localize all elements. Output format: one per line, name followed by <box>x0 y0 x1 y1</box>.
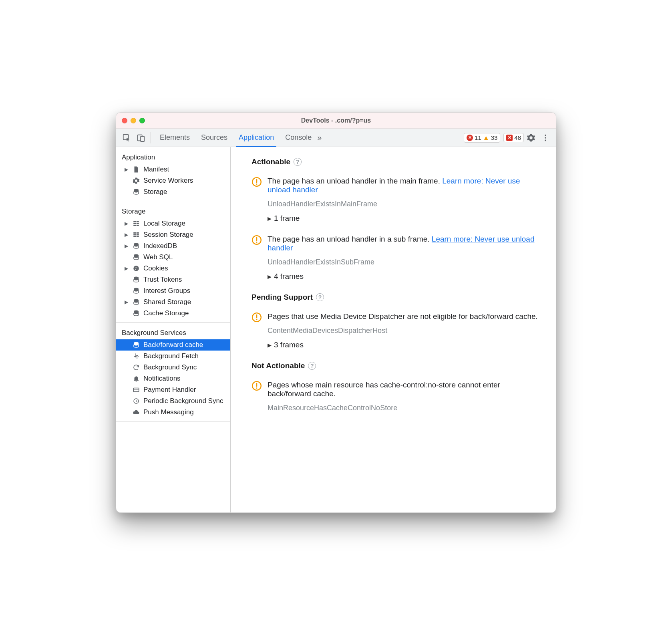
expand-arrow-icon[interactable]: ▶ <box>123 232 129 238</box>
svg-rect-16 <box>137 234 139 236</box>
issue-body: The page has an unload handler in the ma… <box>268 177 545 208</box>
issues-chip[interactable]: ✕ 48 <box>503 133 524 142</box>
help-icon[interactable]: ? <box>308 362 316 370</box>
storage-icon <box>132 253 140 261</box>
help-icon[interactable]: ? <box>316 293 324 301</box>
sidebar-item-label: Web SQL <box>143 253 173 261</box>
svg-rect-15 <box>133 234 136 236</box>
minimize-window-button[interactable] <box>131 118 136 123</box>
expand-arrow-icon[interactable]: ▶ <box>123 243 129 249</box>
svg-point-3 <box>545 134 546 136</box>
sidebar-item-notifications[interactable]: ▶Notifications <box>116 373 230 384</box>
sidebar-item-cookies[interactable]: ▶Cookies <box>116 263 230 274</box>
sidebar-item-session-storage[interactable]: ▶Session Storage <box>116 229 230 240</box>
frames-label: 4 frames <box>274 272 304 281</box>
tab-console[interactable]: Console <box>284 129 312 147</box>
issue-description: The page has an unload handler in a sub … <box>268 235 432 243</box>
svg-point-25 <box>135 269 136 270</box>
storage-icon <box>132 242 140 250</box>
device-toolbar-icon[interactable] <box>134 129 148 147</box>
expand-arrow-icon[interactable]: ▶ <box>123 167 129 172</box>
issue-code: UnloadHandlerExistsInSubFrame <box>268 258 545 266</box>
more-tabs-button[interactable]: » <box>317 129 322 147</box>
svg-point-45 <box>256 387 257 389</box>
sidebar-item-shared-storage[interactable]: ▶Shared Storage <box>116 296 230 308</box>
issue-row: Pages that use Media Device Dispatcher a… <box>251 312 545 335</box>
issue-text: Pages whose main resource has cache-cont… <box>268 381 545 398</box>
sidebar-item-background-sync[interactable]: ▶Background Sync <box>116 362 230 373</box>
tab-application[interactable]: Application <box>238 129 275 147</box>
svg-point-42 <box>256 319 257 320</box>
sidebar-item-label: Back/forward cache <box>143 341 203 349</box>
error-icon: ✕ <box>467 135 473 141</box>
sidebar-item-indexeddb[interactable]: ▶IndexedDB <box>116 240 230 252</box>
svg-rect-13 <box>133 232 136 234</box>
sidebar-item-label: Interest Groups <box>143 287 190 295</box>
section-title-text: Pending Support <box>251 293 313 302</box>
warning-circle-icon <box>251 235 262 266</box>
fetch-icon <box>132 352 140 360</box>
sidebar-item-interest-groups[interactable]: ▶Interest Groups <box>116 285 230 296</box>
console-status-chip[interactable]: ✕ 11 ▲ 33 <box>464 133 500 143</box>
gear-icon <box>132 177 140 185</box>
sidebar-item-periodic-background-sync[interactable]: ▶Periodic Background Sync <box>116 395 230 407</box>
tab-elements[interactable]: Elements <box>159 129 191 147</box>
issue-code: ContentMediaDevicesDispatcherHost <box>268 327 545 335</box>
sidebar-section: Storage▶Local Storage▶Session Storage▶In… <box>116 201 230 323</box>
toolbar: Elements Sources Application Console » ✕… <box>116 129 556 147</box>
sync-icon <box>132 363 140 371</box>
sidebar-item-trust-tokens[interactable]: ▶Trust Tokens <box>116 274 230 285</box>
storage-icon <box>132 298 140 306</box>
kebab-menu-icon[interactable] <box>538 129 553 147</box>
issues-icon: ✕ <box>506 135 513 141</box>
frames-label: 3 frames <box>274 341 304 349</box>
clock-icon <box>132 397 140 405</box>
cloud-icon <box>132 408 140 416</box>
svg-point-36 <box>256 183 257 185</box>
sidebar-item-storage[interactable]: ▶Storage <box>116 186 230 198</box>
zoom-window-button[interactable] <box>139 118 145 123</box>
inspect-element-icon[interactable] <box>119 129 134 147</box>
sidebar-item-manifest[interactable]: ▶Manifest <box>116 164 230 175</box>
sidebar-item-label: Shared Storage <box>143 298 191 306</box>
frames-toggle[interactable]: ▶3 frames <box>268 341 545 349</box>
settings-icon[interactable] <box>524 129 538 147</box>
frames-toggle[interactable]: ▶4 frames <box>268 272 545 281</box>
frames-toggle[interactable]: ▶1 frame <box>268 214 545 223</box>
svg-point-21 <box>133 266 139 271</box>
issue-description: Pages that use Media Device Dispatcher a… <box>268 312 538 321</box>
issue-row: Pages whose main resource has cache-cont… <box>251 381 545 412</box>
sidebar-item-service-workers[interactable]: ▶Service Workers <box>116 175 230 186</box>
window-controls <box>122 118 145 123</box>
sidebar-item-back-forward-cache[interactable]: ▶Back/forward cache <box>116 339 230 351</box>
sidebar-item-push-messaging[interactable]: ▶Push Messaging <box>116 407 230 418</box>
expand-arrow-icon[interactable]: ▶ <box>123 266 129 271</box>
close-window-button[interactable] <box>122 118 127 123</box>
sidebar-item-local-storage[interactable]: ▶Local Storage <box>116 218 230 229</box>
sidebar-item-background-fetch[interactable]: ▶Background Fetch <box>116 351 230 362</box>
storage-icon <box>132 188 140 196</box>
error-count: 11 <box>475 134 481 141</box>
sidebar-item-payment-handler[interactable]: ▶Payment Handler <box>116 384 230 395</box>
sidebar-item-web-sql[interactable]: ▶Web SQL <box>116 252 230 263</box>
storage-icon <box>132 276 140 284</box>
expand-arrow-icon[interactable]: ▶ <box>123 221 129 226</box>
help-icon[interactable]: ? <box>294 158 302 166</box>
titlebar: DevTools - .com/?p=us <box>116 113 556 129</box>
card-icon <box>132 386 140 394</box>
svg-point-5 <box>545 139 546 141</box>
sidebar-section: Background Services▶Back/forward cache▶B… <box>116 323 230 421</box>
expand-arrow-icon[interactable]: ▶ <box>123 299 129 305</box>
issue-body: Pages whose main resource has cache-cont… <box>268 381 545 412</box>
issue-text: The page has an unload handler in a sub … <box>268 235 545 252</box>
tab-sources[interactable]: Sources <box>200 129 228 147</box>
warning-circle-icon <box>251 312 262 335</box>
sidebar-item-label: Background Fetch <box>143 352 199 360</box>
issue-description: Pages whose main resource has cache-cont… <box>268 381 500 398</box>
sidebar-item-label: Cookies <box>143 264 168 272</box>
svg-rect-18 <box>137 236 139 237</box>
issue-body: Pages that use Media Device Dispatcher a… <box>268 312 545 335</box>
sidebar-item-cache-storage[interactable]: ▶Cache Storage <box>116 308 230 319</box>
sidebar-heading: Application <box>116 149 230 164</box>
sidebar-heading: Storage <box>116 204 230 218</box>
